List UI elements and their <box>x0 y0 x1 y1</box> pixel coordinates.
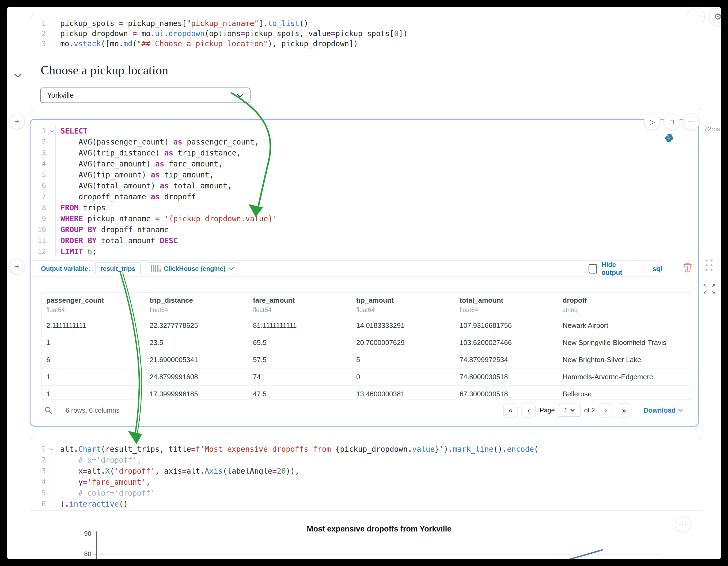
stop-cell-button[interactable]: □ <box>663 113 680 130</box>
add-cell-above-button[interactable]: + <box>9 114 25 129</box>
chevron-down-icon <box>237 91 244 100</box>
fold-gutter <box>48 29 55 39</box>
code-line: 12LIMIT 6; <box>31 246 682 257</box>
code-text: pickup_dropdown = mo.ui.dropdown(options… <box>55 29 408 39</box>
fold-gutter <box>49 191 55 202</box>
line-number: 8 <box>31 202 49 213</box>
stop-icon: □ <box>670 118 674 126</box>
download-button[interactable]: Download <box>642 406 684 415</box>
output-variable-name: result_trips <box>100 265 135 272</box>
next-page-button[interactable]: › <box>599 403 613 417</box>
fold-gutter <box>49 202 55 213</box>
column-type: float64 <box>150 306 248 314</box>
engine-selector[interactable]: ClickHouse (engine) <box>146 262 240 275</box>
table-cell: 6 <box>41 356 145 364</box>
fold-chevron-icon[interactable] <box>49 126 55 136</box>
code-line: 4 AVG(fare_amount) as fare_amount, <box>31 158 682 169</box>
drag-handle-icon[interactable] <box>706 260 713 271</box>
settings-button[interactable]: ⚙ <box>709 8 721 25</box>
search-icon <box>44 406 53 415</box>
line-number: 5 <box>30 488 48 499</box>
cell1-code-editor[interactable]: 1pickup_spots = pickup_names["pickup_nta… <box>30 18 686 49</box>
line-number: 12 <box>31 246 49 257</box>
code-text: alt.Chart(result_trips, title=f'Most exp… <box>55 444 539 455</box>
table-cell: 0 <box>351 373 455 381</box>
code-line: 2pickup_dropdown = mo.ui.dropdown(option… <box>30 29 686 39</box>
divider <box>643 263 643 274</box>
line-number: 7 <box>31 191 49 202</box>
hide-output-checkbox[interactable] <box>589 264 597 273</box>
table-cell: 20.7000007629 <box>351 339 455 347</box>
column-type: string <box>563 306 691 314</box>
fold-gutter <box>49 158 55 169</box>
y-axis-tick-label: 90 <box>68 530 91 537</box>
cell-more-button[interactable]: ••• <box>683 113 700 130</box>
hide-output-label[interactable]: Hide output <box>601 261 634 276</box>
table-row[interactable]: 621.690000534157.5574.8799972534New Brig… <box>41 351 691 368</box>
table-cell: 74.8799972534 <box>455 356 558 364</box>
code-text: y='fare_amount', <box>55 477 150 488</box>
code-line: 7 dropoff_ntaname as dropoff <box>31 191 682 202</box>
column-header[interactable]: passenger_countfloat64 <box>41 293 145 317</box>
table-header-row: passenger_countfloat64trip_distancefloat… <box>41 293 691 317</box>
chevron-down-icon <box>570 409 575 412</box>
line-number: 1 <box>31 126 49 136</box>
last-page-button[interactable]: » <box>617 403 631 417</box>
sql-footer-bar: Output variable: result_trips ClickHouse… <box>31 260 662 277</box>
line-number: 1 <box>30 18 48 29</box>
column-header[interactable]: fare_amountfloat64 <box>248 293 351 317</box>
column-name: total_amount <box>460 296 558 305</box>
table-row[interactable]: 123.565.520.7000007629103.6200027466New … <box>41 334 691 351</box>
table-row[interactable]: 2.111111111122.327777862581.111111111114… <box>41 317 691 334</box>
table-cell: 22.3277778625 <box>145 321 248 330</box>
line-number: 2 <box>30 29 48 39</box>
table-row[interactable]: 124.879999160874074.8000030518Hammels-Ar… <box>41 368 691 385</box>
fold-chevron-icon[interactable] <box>48 444 55 455</box>
fold-gutter <box>49 213 55 224</box>
code-line: 9WHERE pickup_ntaname = '{pickup_dropdow… <box>31 213 682 224</box>
code-line: 3 AVG(trip_distance) as trip_distance, <box>31 147 682 158</box>
page-select[interactable]: 1 <box>559 404 581 417</box>
table-cell: 67.3000030518 <box>455 390 558 398</box>
page-label: Page <box>540 407 555 414</box>
table-cell: 65.5 <box>248 339 351 347</box>
chart-code-editor[interactable]: 1alt.Chart(result_trips, title=f'Most ex… <box>30 444 686 510</box>
column-header[interactable]: tip_amountfloat64 <box>351 293 455 317</box>
download-label: Download <box>644 407 676 414</box>
line-number: 9 <box>31 213 49 224</box>
column-header[interactable]: dropoffstring <box>558 293 691 317</box>
sql-code-editor[interactable]: 1SELECT2 AVG(passenger_count) as passeng… <box>31 126 682 257</box>
prev-page-icon: ‹ <box>527 406 530 415</box>
table-footer: 6 rows, 6 columns « ‹ Page 1 of 2 › » Do… <box>41 403 691 418</box>
hide-output-group: Hide output sql <box>589 261 662 276</box>
add-cell-below-button[interactable]: + <box>9 259 25 274</box>
cell-chart: 1alt.Chart(result_trips, title=f'Most ex… <box>30 437 702 559</box>
line-number: 10 <box>31 224 49 235</box>
plus-icon: + <box>15 262 20 271</box>
output-variable-pill[interactable]: result_trips <box>95 262 141 275</box>
column-header[interactable]: trip_distancefloat64 <box>145 293 248 317</box>
collapse-cell-icon[interactable] <box>14 73 22 79</box>
chart-options-button[interactable]: ⋯ <box>675 516 691 532</box>
column-header[interactable]: total_amountfloat64 <box>455 293 558 317</box>
fold-gutter <box>48 18 55 29</box>
cell-sql: 1SELECT2 AVG(passenger_count) as passeng… <box>30 119 699 427</box>
table-cell: 21.6900005341 <box>145 356 248 364</box>
expand-icon-bottom: ↙ ↘ <box>703 289 716 295</box>
language-label[interactable]: sql <box>653 265 662 273</box>
expand-cell-icon[interactable]: ↖ ↗↙ ↘ <box>703 283 716 295</box>
table-cell: 13.4600000381 <box>351 390 455 398</box>
first-page-icon: « <box>508 406 513 415</box>
code-line: 2 AVG(passenger_count) as passenger_coun… <box>31 136 682 147</box>
table-row[interactable]: 117.399999618547.513.460000038167.300003… <box>41 385 691 400</box>
code-text: mo.vstack([mo.md("## Choose a pickup loc… <box>55 39 358 49</box>
code-text: pickup_spots = pickup_names["pickup_ntan… <box>55 18 308 29</box>
run-cell-button[interactable]: ▷ <box>644 113 661 130</box>
delete-cell-button[interactable] <box>682 261 693 274</box>
first-page-button[interactable]: « <box>503 403 518 417</box>
prev-page-button[interactable]: ‹ <box>521 403 536 417</box>
pickup-dropdown[interactable]: Yorkville <box>40 88 251 103</box>
search-button[interactable] <box>44 406 53 415</box>
fold-gutter <box>49 147 55 158</box>
line-number: 1 <box>30 444 48 455</box>
